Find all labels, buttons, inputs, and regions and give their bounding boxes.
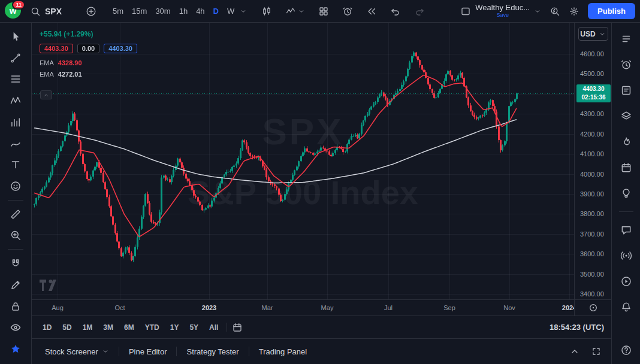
price-scale[interactable]: USD 4403.30 02:15:36 4600.004500.004400.… (574, 23, 611, 299)
sidebar-object-tree[interactable] (618, 108, 634, 124)
go-to-date-icon[interactable] (232, 322, 243, 333)
tool-emoji[interactable] (8, 178, 23, 194)
tool-trend-line[interactable] (8, 50, 23, 66)
chart-pane: SPX S&P 500 Index +55.94 (+1.29%) 4403.3… (32, 23, 574, 299)
sidebar-ideas[interactable] (618, 186, 634, 201)
price-change-text: +55.94 (+1.29%) (40, 30, 137, 38)
symbol-search-button[interactable]: SPX (30, 6, 62, 17)
sidebar-alerts[interactable] (618, 57, 634, 72)
timeframe-d[interactable]: D (210, 5, 222, 17)
layout-selector[interactable]: Wealthy Educ... Save (460, 4, 541, 19)
range-5d[interactable]: 5D (59, 321, 75, 333)
redo-icon[interactable] (414, 6, 425, 17)
publish-button[interactable]: Publish (588, 3, 635, 19)
tool-zoom-in[interactable] (8, 228, 23, 244)
time-axis-label: Sep (443, 304, 455, 311)
tab-trading-panel[interactable]: Trading Panel (255, 345, 310, 359)
user-avatar[interactable]: w 11 (5, 2, 23, 20)
range-5y[interactable]: 5Y (186, 321, 202, 333)
timeframe-5m[interactable]: 5m (110, 5, 126, 17)
sidebar-watchlist[interactable] (618, 31, 634, 47)
timeframe-1h[interactable]: 1h (176, 5, 191, 17)
ema-legend-row-2[interactable]: EMA 4272.01 (40, 71, 137, 78)
settings-gear-icon[interactable] (569, 6, 579, 17)
price-scale-label: 3500.00 (580, 270, 604, 278)
tab-pine-editor[interactable]: Pine Editor (125, 345, 171, 359)
sidebar-chat[interactable] (618, 222, 634, 238)
expand-panel-icon[interactable] (569, 346, 580, 357)
price-badge-dark[interactable]: 0.00 (77, 44, 99, 53)
right-sidebar (611, 23, 640, 364)
time-axis[interactable]: AugOct2023MarMayJulSepNov2024 (32, 299, 574, 316)
tool-brush[interactable] (8, 136, 23, 151)
timeframe-30m[interactable]: 30m (152, 5, 173, 17)
quick-search-icon[interactable] (550, 6, 560, 17)
tab-stock-screener[interactable]: Stock Screener (41, 345, 113, 359)
clock-utc[interactable]: 18:54:23 (UTC) (550, 323, 604, 332)
legend-collapse-button[interactable] (40, 90, 52, 99)
tool-magnet[interactable] (8, 256, 23, 271)
sidebar-calendar[interactable] (618, 160, 634, 175)
scroll-to-realtime-icon[interactable] (588, 302, 599, 313)
sidebar-data-window[interactable] (618, 83, 634, 98)
range-1y[interactable]: 1Y (167, 321, 183, 333)
timeframe-w[interactable]: W (224, 5, 237, 17)
tradingview-logo[interactable] (39, 279, 57, 293)
ema-legend-row-1[interactable]: EMA 4328.90 (40, 59, 137, 66)
indicators-chevron-icon[interactable] (298, 8, 305, 15)
tool-forecast[interactable] (8, 114, 23, 130)
timeframe-15m[interactable]: 15m (129, 5, 150, 17)
range-1m[interactable]: 1M (79, 321, 96, 333)
bottom-tabs: Stock ScreenerPine EditorStrategy Tester… (41, 345, 310, 359)
currency-selector[interactable]: USD (578, 27, 608, 41)
compare-add-icon[interactable] (86, 6, 96, 17)
tool-favorites[interactable] (8, 341, 23, 357)
range-1d[interactable]: 1D (39, 321, 55, 333)
tab-divider (249, 347, 249, 356)
tab-strategy-tester[interactable]: Strategy Tester (183, 345, 242, 359)
sidebar-shows[interactable] (618, 274, 634, 289)
price-badge-red[interactable]: 4403.30 (40, 44, 73, 53)
price-badge-blue[interactable]: 4403.30 (104, 44, 137, 53)
price-scale-label: 3700.00 (580, 230, 604, 238)
range-3m[interactable]: 3M (99, 321, 117, 333)
tool-edit[interactable] (8, 277, 23, 293)
range-ytd[interactable]: YTD (141, 321, 163, 333)
help-icon[interactable] (618, 342, 634, 358)
tab-label: Stock Screener (45, 347, 98, 356)
search-icon (30, 6, 41, 17)
toolbar-divider (8, 200, 23, 201)
sidebar-notifications[interactable] (618, 299, 634, 315)
sidebar-streams[interactable] (618, 248, 634, 263)
layout-name[interactable]: Wealthy Educ... (475, 4, 530, 11)
price-scale-label: 4300.00 (580, 110, 604, 118)
tool-cursor[interactable] (8, 29, 23, 44)
timeframe-menu-chevron-icon[interactable] (240, 8, 247, 15)
range-all[interactable]: All (206, 321, 222, 333)
time-axis-label: Jul (384, 304, 393, 311)
layout-chevron-icon[interactable] (534, 8, 541, 15)
last-price-value: 4403.30 (576, 85, 611, 93)
tool-fib-retracement[interactable] (8, 71, 23, 87)
bar-replay-icon[interactable] (366, 6, 377, 17)
layout-templates-icon[interactable] (318, 6, 329, 17)
last-price-badge: 4403.30 02:15:36 (576, 84, 611, 102)
chart-type-candles-icon[interactable] (261, 6, 272, 17)
indicators-icon[interactable] (285, 6, 296, 17)
maximize-panel-icon[interactable] (591, 346, 602, 357)
tool-ruler[interactable] (8, 207, 23, 222)
tool-lock[interactable] (8, 299, 23, 314)
price-badge-row: 4403.30 0.00 4403.30 (40, 44, 137, 53)
undo-icon[interactable] (390, 6, 401, 17)
tool-eye[interactable] (8, 320, 23, 336)
tool-text[interactable] (8, 157, 23, 172)
sidebar-hotlists[interactable] (618, 134, 634, 150)
range-divider (227, 323, 227, 332)
create-alert-icon[interactable] (342, 6, 353, 17)
timeframe-4h[interactable]: 4h (193, 5, 207, 17)
tool-xabcd-pattern[interactable] (8, 93, 23, 108)
range-6m[interactable]: 6M (120, 321, 138, 333)
top-toolbar: w 11 SPX 5m15m30m1h4hDW Wealthy Educ... … (0, 0, 640, 23)
time-axis-label: May (321, 304, 334, 311)
save-link[interactable]: Save (496, 11, 509, 19)
